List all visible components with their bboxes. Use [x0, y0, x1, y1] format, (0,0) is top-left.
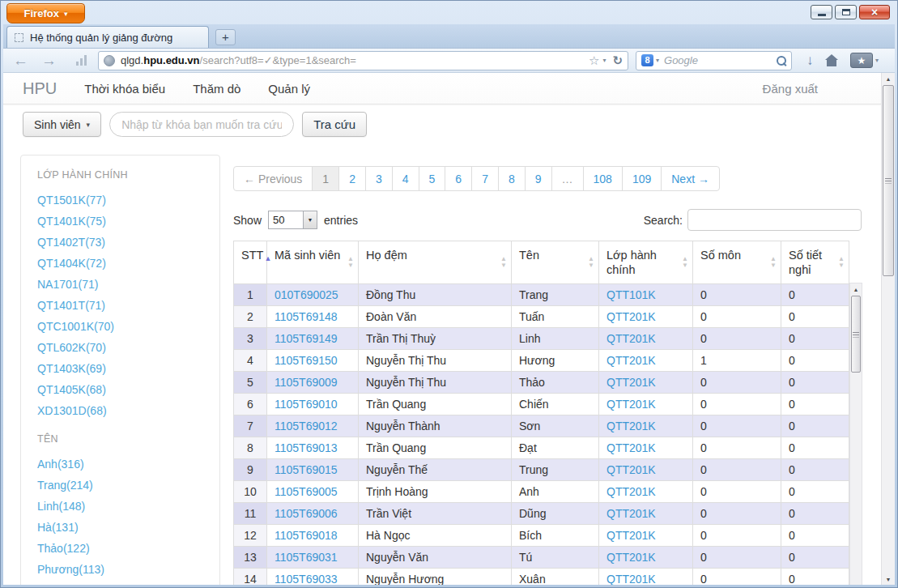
column-header[interactable]: Họ đệm▲ ▼: [359, 241, 512, 284]
downloads-button[interactable]: ↓: [806, 53, 814, 69]
sidebar-filter-link[interactable]: QT1501K(77): [37, 190, 219, 211]
class-link[interactable]: QTT201K: [606, 354, 656, 367]
pagination-page-108[interactable]: 108: [583, 166, 623, 191]
class-link[interactable]: QTT201K: [606, 398, 656, 411]
column-header[interactable]: Tên▲ ▼: [512, 241, 599, 284]
sidebar-filter-link[interactable]: QT1402T(73): [37, 232, 219, 253]
pagination-page-6[interactable]: 6: [445, 166, 472, 191]
student-id-link[interactable]: 1105T69148: [275, 310, 338, 323]
class-link[interactable]: QTT201K: [606, 376, 656, 389]
lookup-button[interactable]: Tra cứu: [302, 112, 367, 137]
class-link[interactable]: QTT201K: [606, 441, 656, 454]
web-search-box[interactable]: 8 ▾ Google: [636, 51, 792, 70]
student-id-link[interactable]: 1105T69015: [275, 463, 338, 476]
class-link[interactable]: QTT201K: [606, 332, 656, 345]
student-id-link[interactable]: 1105T69150: [275, 354, 338, 367]
sidebar-filter-link[interactable]: Thảo(122): [37, 538, 219, 559]
student-id-link[interactable]: 1105T69005: [275, 485, 338, 498]
column-header[interactable]: Mã sinh viên▲ ▼: [267, 241, 359, 284]
reload-button[interactable]: ↻: [612, 53, 623, 68]
pagination-page-4[interactable]: 4: [392, 166, 419, 191]
scroll-up-icon[interactable]: ▲: [882, 73, 895, 84]
tab-active[interactable]: Hệ thống quản lý giảng đường: [6, 26, 209, 48]
student-id-link[interactable]: 1105T69006: [275, 507, 338, 520]
google-engine-icon[interactable]: 8: [641, 54, 653, 66]
class-link[interactable]: QTT201K: [606, 529, 656, 542]
class-link[interactable]: QTT101K: [606, 288, 656, 301]
brand-logo[interactable]: HPU: [23, 79, 57, 98]
student-id-link[interactable]: 1105T69010: [275, 398, 338, 411]
student-id-link[interactable]: 1105T69012: [275, 420, 338, 432]
class-link[interactable]: QTT201K: [606, 420, 656, 432]
pagination-page-7[interactable]: 7: [471, 166, 499, 191]
sidebar-filter-link[interactable]: Phương(113): [37, 559, 219, 580]
pagination-previous[interactable]: ← Previous: [233, 166, 313, 191]
firefox-menu-button[interactable]: Firefox ▾: [6, 3, 85, 23]
pagination-next[interactable]: Next →: [661, 166, 720, 191]
column-header[interactable]: Lớp hành chính▲ ▼: [599, 241, 693, 284]
sidebar-filter-link[interactable]: Trang(214): [37, 475, 219, 496]
forward-button[interactable]: →: [41, 52, 57, 70]
url-bar[interactable]: qlgd.hpu.edu.vn/search?utf8=✓&type=1&sea…: [98, 51, 628, 70]
logout-link[interactable]: Đăng xuất: [763, 82, 818, 96]
pagination-page-3[interactable]: 3: [365, 166, 393, 191]
home-button[interactable]: [825, 55, 837, 66]
student-id-link[interactable]: 1105T69033: [275, 573, 338, 585]
sidebar-filter-link[interactable]: NA1701(71): [37, 274, 219, 295]
class-link[interactable]: QTT201K: [606, 310, 656, 323]
nav-item-tham-do[interactable]: Thăm dò: [193, 82, 240, 96]
column-header[interactable]: Số tiết nghỉ▲ ▼: [781, 241, 849, 284]
class-link[interactable]: QTT201K: [606, 463, 656, 476]
student-id-link[interactable]: 1105T69009: [275, 376, 338, 389]
student-id-link[interactable]: 1105T69149: [275, 332, 338, 345]
column-header[interactable]: STT▲: [234, 241, 267, 284]
nav-item-quan-ly[interactable]: Quản lý: [268, 82, 310, 96]
search-magnifier-icon[interactable]: [777, 56, 786, 66]
bookmarks-menu-button[interactable]: ★: [850, 53, 873, 68]
sidebar-filter-link[interactable]: QT1401T(71): [37, 295, 219, 316]
student-id-link[interactable]: 1105T69031: [275, 551, 338, 564]
bookmarks-caret-icon[interactable]: ▾: [875, 57, 879, 64]
table-scrollbar-thumb[interactable]: [851, 296, 861, 373]
back-button[interactable]: ←: [13, 52, 28, 70]
pagination-page-109[interactable]: 109: [622, 166, 662, 191]
sidebar-filter-link[interactable]: XD1301D(68): [37, 400, 219, 421]
pagination-page-8[interactable]: 8: [498, 166, 526, 191]
urlbar-dropdown-icon[interactable]: ▾: [602, 57, 606, 64]
class-link[interactable]: QTT201K: [606, 551, 656, 564]
column-header[interactable]: Số môn▲ ▼: [693, 241, 781, 284]
pagination-page-2[interactable]: 2: [338, 166, 366, 191]
pagination-page-1[interactable]: 1: [312, 166, 339, 191]
class-link[interactable]: QTT201K: [606, 507, 656, 520]
sidebar-filter-link[interactable]: QTL602K(70): [37, 337, 219, 358]
keyword-input[interactable]: [109, 112, 294, 137]
select-arrow-icon[interactable]: ▼: [303, 211, 317, 228]
sidebar-filter-link[interactable]: QT1404K(72): [37, 253, 219, 274]
sidebar-filter-link[interactable]: QT1401K(75): [37, 211, 219, 232]
nav-item-thoi-khoa-bieu[interactable]: Thời khóa biểu: [84, 82, 165, 96]
sidebar-filter-link[interactable]: QT1405K(68): [37, 379, 219, 400]
category-dropdown-button[interactable]: Sinh viên ▾: [23, 112, 101, 137]
student-id-link[interactable]: 1105T69018: [275, 529, 338, 542]
close-button[interactable]: ×: [859, 5, 890, 19]
new-tab-button[interactable]: +: [215, 29, 236, 45]
pagination-page-5[interactable]: 5: [419, 166, 446, 191]
student-id-link[interactable]: 010T690025: [275, 288, 338, 301]
sidebar-filter-link[interactable]: Nam(107): [37, 580, 219, 585]
sidebar-filter-link[interactable]: QTC1001K(70): [37, 316, 219, 337]
bookmark-star-icon[interactable]: ☆: [589, 53, 599, 68]
sidebar-filter-link[interactable]: QT1403K(69): [37, 358, 219, 379]
pagination-page-9[interactable]: 9: [525, 166, 552, 191]
page-length-select[interactable]: 50 ▼: [268, 211, 317, 229]
class-link[interactable]: QTT201K: [606, 485, 656, 498]
student-id-link[interactable]: 1105T69013: [275, 441, 338, 454]
engine-dropdown-icon[interactable]: ▾: [656, 57, 659, 64]
class-link[interactable]: QTT201K: [606, 573, 656, 585]
scroll-up-icon[interactable]: ▲: [850, 283, 862, 295]
table-search-input[interactable]: [687, 209, 862, 231]
minimize-button[interactable]: [811, 5, 832, 19]
sidebar-filter-link[interactable]: Anh(316): [37, 454, 219, 475]
sidebar-filter-link[interactable]: Hà(131): [37, 517, 219, 538]
browser-scrollbar-thumb[interactable]: [883, 85, 894, 276]
table-scrollbar[interactable]: ▲: [849, 283, 862, 585]
